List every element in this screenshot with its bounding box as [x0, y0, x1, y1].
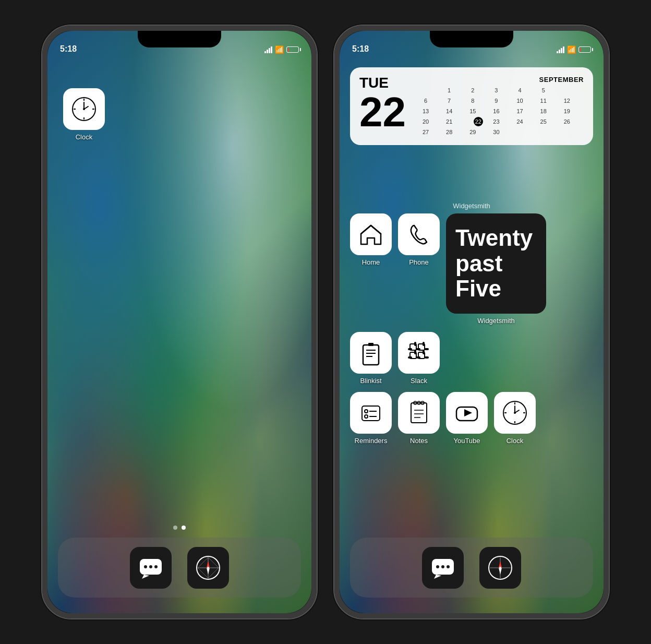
- home-app-label: Home: [362, 258, 380, 266]
- notch-2: [430, 31, 513, 47]
- battery-fill-1: [288, 48, 290, 52]
- safari-icon-svg-1: [195, 555, 221, 581]
- clock-app-wrapper-2[interactable]: Clock: [494, 392, 536, 445]
- status-icons-2: 📶: [557, 45, 591, 54]
- messages-dock-1[interactable]: [130, 547, 172, 589]
- svg-point-7: [83, 108, 85, 110]
- signal-bar-2-2: [559, 50, 560, 53]
- cal-date-num: 22: [359, 91, 412, 133]
- cal-cell: 28: [443, 127, 455, 137]
- messages-icon-svg-1: [138, 555, 164, 581]
- safari-icon-svg-2: [487, 555, 513, 581]
- reminders-app-icon[interactable]: [350, 392, 392, 434]
- youtube-app-icon[interactable]: [446, 392, 488, 434]
- ws-widget-wrapper[interactable]: TwentypastFive Widgetsmith: [446, 213, 546, 325]
- clock-icon-svg-2: [502, 400, 528, 426]
- slack-app-icon[interactable]: [398, 332, 440, 374]
- svg-rect-34: [416, 348, 420, 350]
- blinkist-app-icon[interactable]: [350, 332, 392, 374]
- home-app-icon[interactable]: [350, 213, 392, 255]
- svg-point-63: [447, 565, 450, 568]
- status-icons-1: 📶: [264, 45, 299, 54]
- cal-month-name: SEPTEMBER: [420, 76, 584, 84]
- svg-point-17: [207, 567, 209, 569]
- ws-clock-widget[interactable]: TwentypastFive: [446, 213, 546, 314]
- clock-app-icon-2[interactable]: [494, 392, 536, 434]
- reminders-icon-svg: [358, 400, 384, 426]
- reminders-app-label: Reminders: [355, 437, 388, 445]
- battery-icon-1: [286, 46, 299, 53]
- notes-app-wrapper[interactable]: Notes: [398, 392, 440, 445]
- svg-rect-35: [416, 356, 420, 359]
- svg-point-11: [154, 565, 158, 568]
- svg-rect-30: [414, 350, 416, 354]
- cal-cell-today: 22: [474, 117, 483, 126]
- cal-cell: 17: [514, 106, 526, 116]
- notes-app-icon[interactable]: [398, 392, 440, 434]
- dot-1: [173, 526, 177, 530]
- battery-icon-2: [578, 46, 591, 53]
- safari-dock-2[interactable]: [479, 547, 521, 589]
- apps-row3: Reminders: [350, 392, 593, 445]
- clock-app-label: Clock: [76, 133, 93, 141]
- svg-rect-23: [368, 343, 373, 346]
- home-app-wrapper[interactable]: Home: [350, 213, 392, 325]
- notes-icon-svg: [406, 400, 432, 426]
- safari-dock-1[interactable]: [187, 547, 229, 589]
- clock-app-icon[interactable]: [63, 88, 105, 130]
- ws-widget-label: Widgetsmith: [477, 317, 515, 325]
- cal-cell: 26: [561, 117, 573, 126]
- cal-cell: [514, 127, 526, 137]
- signal-bar-4: [271, 46, 272, 53]
- cal-cell: 19: [561, 106, 573, 116]
- youtube-icon-svg: [454, 400, 480, 426]
- dock-1: [58, 538, 301, 598]
- svg-rect-32: [408, 348, 412, 350]
- phone-screen-2: 5:18 📶 TUE 22 SEPTEMBER: [340, 31, 604, 613]
- safari-app-icon-2[interactable]: [479, 547, 521, 589]
- safari-app-icon-1[interactable]: [187, 547, 229, 589]
- phone-1: 5:18 📶: [41, 25, 318, 619]
- status-time-2: 5:18: [352, 44, 369, 54]
- ws-clock-text: TwentypastFive: [455, 225, 533, 301]
- cal-cell: [561, 86, 573, 95]
- cal-cell: 4: [514, 86, 526, 95]
- cal-cell: 16: [490, 106, 502, 116]
- signal-bar-2-3: [561, 48, 562, 53]
- youtube-app-label: YouTube: [453, 437, 480, 445]
- youtube-app-wrapper[interactable]: YouTube: [446, 392, 488, 445]
- clock-app-wrapper[interactable]: Clock: [63, 88, 105, 141]
- cal-cell: 6: [420, 96, 431, 105]
- cal-grid: 1 2 3 4 5 6 7 8 9 10 11 12 13 14: [420, 86, 584, 137]
- clock-icon-svg: [71, 96, 97, 122]
- cal-cell: [561, 127, 573, 137]
- blinkist-app-label: Blinkist: [360, 377, 381, 385]
- battery-fill-2: [580, 48, 582, 52]
- wifi-icon-2: 📶: [567, 45, 576, 54]
- cal-cell: 1: [443, 86, 455, 95]
- calendar-widget[interactable]: TUE 22 SEPTEMBER 1 2 3 4 5 6 7 8: [350, 67, 593, 145]
- svg-rect-31: [423, 350, 425, 354]
- messages-dock-2[interactable]: [422, 547, 464, 589]
- signal-bar-2-1: [557, 51, 558, 53]
- blinkist-app-wrapper[interactable]: Blinkist: [350, 332, 392, 385]
- svg-rect-37: [425, 356, 429, 359]
- slack-app-wrapper[interactable]: Slack: [398, 332, 440, 385]
- cal-date-side: TUE 22: [359, 76, 412, 137]
- messages-app-icon-2[interactable]: [422, 547, 464, 589]
- phone-app-icon[interactable]: [398, 213, 440, 255]
- phone-app-wrapper[interactable]: Phone: [398, 213, 440, 325]
- cal-cell: [538, 127, 549, 137]
- phone-screen-1: 5:18 📶: [47, 31, 311, 613]
- cal-cell: 13: [420, 106, 431, 116]
- cal-cell: 11: [538, 96, 549, 105]
- cal-cell: 14: [443, 106, 455, 116]
- phone-icon-svg: [406, 221, 432, 247]
- cal-cell: 12: [561, 96, 573, 105]
- cal-cell: [420, 86, 431, 95]
- messages-app-icon-1[interactable]: [130, 547, 172, 589]
- reminders-app-wrapper[interactable]: Reminders: [350, 392, 392, 445]
- cal-cell: 21: [443, 117, 455, 126]
- svg-point-69: [499, 567, 501, 569]
- svg-point-40: [365, 415, 368, 418]
